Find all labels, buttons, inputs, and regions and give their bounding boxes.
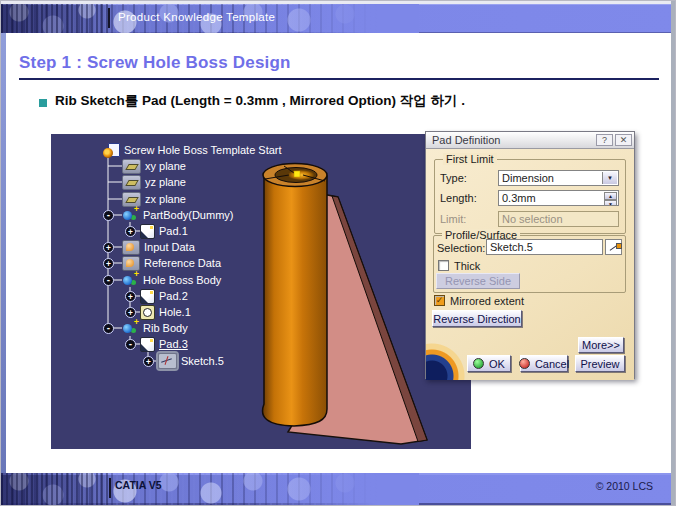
spin-up-icon[interactable]: ▲ xyxy=(604,192,617,200)
preview-button-label: Preview xyxy=(580,358,619,370)
dialog-title: Pad Definition xyxy=(432,134,594,146)
tree-item[interactable]: xy plane xyxy=(122,158,186,174)
reverse-direction-button-label: Reverse Direction xyxy=(433,313,520,325)
page-title: Step 1 : Screw Hole Boss Design xyxy=(19,53,291,73)
tree-item-label: zx plane xyxy=(145,193,186,205)
slide-top-border xyxy=(1,1,675,4)
spin-down-icon[interactable]: ▼ xyxy=(604,200,617,206)
tree-item-label: Pad.1 xyxy=(159,225,188,237)
tree-expander[interactable]: + xyxy=(125,226,136,237)
part-icon xyxy=(103,143,120,158)
length-label: Length: xyxy=(440,192,477,204)
tree-expander[interactable]: - xyxy=(103,275,114,286)
reverse-direction-button[interactable]: Reverse Direction xyxy=(432,310,522,327)
limit-field-placeholder: No selection xyxy=(502,213,563,225)
type-label: Type: xyxy=(440,172,467,184)
plane-icon xyxy=(122,159,141,174)
ok-button-label: OK xyxy=(489,358,505,370)
limit-label: Limit: xyxy=(440,213,466,225)
tree-item-label: Input Data xyxy=(144,241,195,253)
spinner-buttons[interactable]: ▲ ▼ xyxy=(604,192,617,204)
length-stepper[interactable]: 0.3mm ▲ ▼ xyxy=(498,190,619,206)
tree-expander[interactable]: - xyxy=(103,210,114,221)
reverse-side-button-label: Reverse Side xyxy=(445,275,511,287)
tree-item-label: yz plane xyxy=(145,176,186,188)
type-dropdown-value: Dimension xyxy=(502,172,554,184)
more-button-label: More>> xyxy=(582,339,620,351)
header-band: Product Knowledge Template xyxy=(1,4,675,33)
preview-button[interactable]: Preview xyxy=(575,355,625,372)
thick-checkbox[interactable] xyxy=(438,260,449,271)
tree-item[interactable]: Pad.3 xyxy=(140,336,188,352)
thick-label: Thick xyxy=(454,260,480,272)
body-icon xyxy=(122,208,139,222)
tree-expander[interactable]: + xyxy=(143,356,154,367)
body-icon xyxy=(122,321,139,335)
dialog-titlebar[interactable]: Pad Definition ? ✕ xyxy=(426,132,634,149)
pad-definition-dialog: Pad Definition ? ✕ First Limit Type: Dim… xyxy=(425,131,635,379)
body-icon xyxy=(122,273,139,287)
type-dropdown[interactable]: Dimension ▼ xyxy=(498,170,619,186)
tree-item[interactable]: zx plane xyxy=(122,191,186,207)
tree-item[interactable]: PartBody(Dummy) xyxy=(122,207,233,223)
tree-item[interactable]: Hole Boss Body xyxy=(122,272,221,288)
tree-item-label: Sketch.5 xyxy=(181,355,224,367)
selection-field-value: Sketch.5 xyxy=(490,241,533,253)
cancel-button[interactable]: Cancel xyxy=(520,355,568,372)
catia-swirl-decoration xyxy=(426,328,486,380)
hole-icon xyxy=(140,305,155,320)
data-icon xyxy=(122,240,140,255)
footer-left-label: CATIA V5 xyxy=(115,479,162,491)
chevron-down-icon[interactable]: ▼ xyxy=(602,172,617,184)
tree-item-label: Pad.3 xyxy=(159,338,188,350)
tree-item-label: Pad.2 xyxy=(159,290,188,302)
tree-item[interactable]: Rib Body xyxy=(122,320,188,336)
tree-item[interactable]: Hole.1 xyxy=(140,304,191,320)
pad-icon xyxy=(140,337,155,352)
tree-expander[interactable]: + xyxy=(103,242,114,253)
length-value: 0.3mm xyxy=(502,192,536,204)
footer-band-fade xyxy=(1,473,419,505)
cancel-red-icon xyxy=(519,358,530,369)
title-underline xyxy=(19,78,659,80)
pad-icon xyxy=(140,289,155,304)
tree-item[interactable]: Input Data xyxy=(122,239,195,255)
slide: Product Knowledge Template Step 1 : Scre… xyxy=(0,0,676,506)
tree-item[interactable]: yz plane xyxy=(122,174,186,190)
tree-item[interactable]: Screw Hole Boss Template Start xyxy=(103,142,282,158)
reverse-side-button: Reverse Side xyxy=(436,273,520,289)
limit-field: No selection xyxy=(498,211,619,227)
tree-item[interactable]: Pad.2 xyxy=(140,288,188,304)
catia-viewport[interactable]: - + + + - + + - - + Screw Hole Boss Temp… xyxy=(51,134,471,449)
tree-item-label: PartBody(Dummy) xyxy=(143,209,233,221)
tree-item-label: xy plane xyxy=(145,160,186,172)
close-icon[interactable]: ✕ xyxy=(615,134,632,146)
tree-item[interactable]: Sketch.5 xyxy=(158,353,224,369)
tree-expander[interactable]: + xyxy=(125,307,136,318)
tree-expander[interactable]: + xyxy=(125,291,136,302)
sketch-icon xyxy=(158,353,177,369)
footer-band: CATIA V5 © 2010 LCS xyxy=(1,473,675,505)
tree-item-label: Rib Body xyxy=(143,322,188,334)
plane-icon xyxy=(122,175,141,190)
tree-expander[interactable]: - xyxy=(125,339,136,350)
bullet-text: Rib Sketch를 Pad (Length = 0.3mm , Mirror… xyxy=(55,92,465,110)
selection-label: Selection: xyxy=(437,242,485,254)
sketch-selector-icon[interactable] xyxy=(605,239,622,255)
tree-item-label: Reference Data xyxy=(144,257,221,269)
tree-connectors xyxy=(51,134,471,449)
cancel-button-label: Cancel xyxy=(535,358,569,370)
tree-item[interactable]: Pad.1 xyxy=(140,223,188,239)
header-separator xyxy=(108,8,110,28)
more-button[interactable]: More>> xyxy=(578,337,624,353)
help-icon[interactable]: ? xyxy=(596,134,613,146)
tree-expander[interactable]: - xyxy=(103,323,114,334)
ok-green-icon xyxy=(473,358,484,369)
bullet-square-icon xyxy=(39,99,47,107)
tree-expander[interactable]: + xyxy=(103,258,114,269)
ok-button[interactable]: OK xyxy=(467,355,511,372)
mirrored-extent-checkbox[interactable]: ✓ xyxy=(434,295,445,306)
dialog-body: First Limit Type: Dimension ▼ Length: 0.… xyxy=(426,149,634,380)
selection-field[interactable]: Sketch.5 xyxy=(486,239,603,255)
header-band-label: Product Knowledge Template xyxy=(118,11,275,23)
